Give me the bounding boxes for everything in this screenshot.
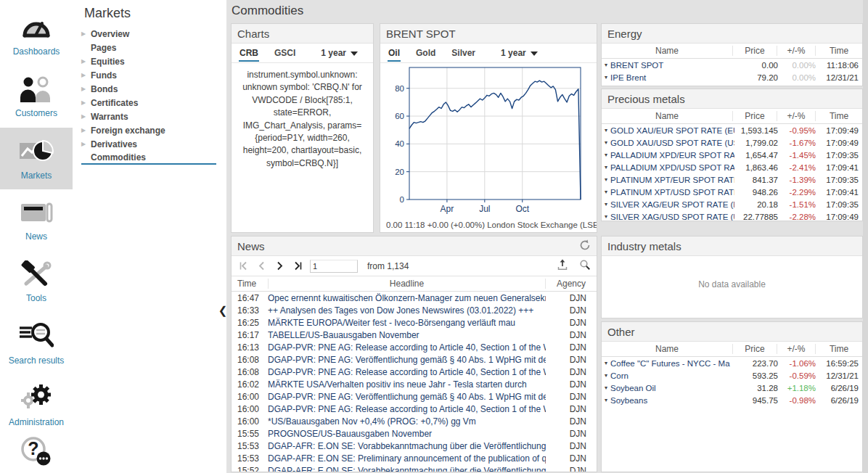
watchlist-row[interactable]: ▾SILVER XAG/EUR SPOT RATE (EUR) 20.18 -1… <box>602 198 862 210</box>
watchlist-row[interactable]: ▾Corn 593.25 -0.59% 12/31/21 <box>602 369 862 382</box>
row-dropdown-icon[interactable]: ▾ <box>605 397 607 403</box>
gauge-icon <box>20 14 52 44</box>
watchlist-row[interactable]: ▾BRENT SPOT 0.00 0.00% 11:18:06 <box>602 59 862 71</box>
brent-period-dropdown[interactable]: 1 year <box>501 48 538 58</box>
row-dropdown-icon[interactable]: ▾ <box>605 213 607 220</box>
sidebar-item-search-results[interactable]: Search results <box>0 313 73 374</box>
charts-panel-header: Charts <box>232 24 373 44</box>
tab-gsci[interactable]: GSCI <box>274 45 296 62</box>
prev-page-icon[interactable] <box>255 260 267 272</box>
column-agency[interactable]: Agency <box>546 279 597 289</box>
column-time[interactable]: Time <box>815 46 862 56</box>
search-icon[interactable] <box>579 259 591 273</box>
nav-item-pages[interactable]: Pages <box>81 41 216 54</box>
news-row[interactable]: 16:02 MÄRKTE USA/Verhalten positiv ins n… <box>232 378 597 390</box>
watchlist-row[interactable]: ▾Soybeans 945.75 -0.98% 6/26/19 <box>602 394 862 406</box>
column-headline[interactable]: Headline <box>268 279 546 289</box>
sidebar-item-markets[interactable]: Markets <box>0 128 73 189</box>
tab-silver[interactable]: Silver <box>451 45 476 62</box>
last-page-icon[interactable] <box>292 260 303 272</box>
row-dropdown-icon[interactable]: ▾ <box>605 152 607 158</box>
row-dropdown-icon[interactable]: ▾ <box>605 384 607 391</box>
column-time[interactable]: Time <box>815 344 862 354</box>
next-page-icon[interactable] <box>274 260 285 272</box>
news-row[interactable]: 16:17 TABELLE/US-Bauausgaben November DJ… <box>232 329 597 341</box>
page-number-input[interactable] <box>310 260 358 273</box>
nav-item-funds[interactable]: ▶ Funds <box>81 68 216 82</box>
news-row[interactable]: 16:08 DGAP-PVR: PNE AG: Release accordin… <box>232 366 597 378</box>
charts-period-dropdown[interactable]: 1 year <box>321 48 358 58</box>
chevron-down-icon <box>351 52 358 56</box>
expand-arrow-icon: ▶ <box>81 99 91 106</box>
column-name[interactable]: Name <box>602 111 732 121</box>
nav-item-foreign-exchange[interactable]: ▶ Foreign exchange <box>81 123 216 137</box>
row-dropdown-icon[interactable]: ▾ <box>605 189 607 195</box>
column-price[interactable]: Price <box>732 111 777 121</box>
news-row[interactable]: 16:25 MÄRKTE EUROPA/Weiter fest - Iveco-… <box>232 316 597 329</box>
nav-item-certificates[interactable]: ▶ Certificates <box>81 96 216 110</box>
watchlist-row[interactable]: ▾PALLADIUM XPD/USD SPOT RATE (USD) 1,863… <box>602 161 862 173</box>
tab-gold[interactable]: Gold <box>415 45 436 62</box>
column-price[interactable]: Price <box>732 46 777 56</box>
watchlist-row[interactable]: ▾IPE Brent 79.20 0.00% 12/31/21 <box>602 71 862 83</box>
row-dropdown-icon[interactable]: ▾ <box>605 74 607 81</box>
sidebar-item-administration[interactable]: Administration <box>0 374 73 436</box>
sidebar-item-customers[interactable]: Customers <box>0 66 73 128</box>
expand-arrow-icon: ▶ <box>81 141 91 147</box>
news-row[interactable]: 16:00 *US/Bauausgaben Nov +0,4% (PROG: +… <box>232 415 597 427</box>
watchlist-row[interactable]: ▾PALLADIUM XPD/EUR SPOT RATE (EUR) 1,654… <box>602 149 862 161</box>
row-dropdown-icon[interactable]: ▾ <box>605 176 607 183</box>
column-price[interactable]: Price <box>732 344 777 354</box>
column-change[interactable]: +/-% <box>777 46 815 56</box>
nav-item-bonds[interactable]: ▶ Bonds <box>81 82 216 96</box>
row-dropdown-icon[interactable]: ▾ <box>605 139 607 146</box>
row-dropdown-icon[interactable]: ▾ <box>605 127 607 133</box>
sidebar-item-dashboards[interactable]: Dashboards <box>0 4 73 66</box>
news-row[interactable]: 15:53 DGAP-AFR: E.ON SE: Vorabbekanntmac… <box>232 440 597 452</box>
news-row[interactable]: 16:13 DGAP-PVR: PNE AG: Release accordin… <box>232 341 597 353</box>
column-change[interactable]: +/-% <box>777 111 815 121</box>
collapse-nav-button[interactable]: ❮ <box>216 303 229 318</box>
watchlist-table-header: Name Price +/-% Time <box>602 44 862 59</box>
tab-oil[interactable]: Oil <box>388 45 401 62</box>
help-button[interactable]: ? <box>0 432 73 473</box>
export-icon[interactable] <box>557 259 568 273</box>
news-row[interactable]: 16:33 ++ Analysen des Tages von Dow Jone… <box>232 304 597 316</box>
sidebar-item-news[interactable]: News <box>0 189 73 251</box>
watchlist-row[interactable]: ▾Soybean Oil 31.28 +1.18% 6/26/19 <box>602 382 862 394</box>
row-dropdown-icon[interactable]: ▾ <box>605 360 607 366</box>
first-page-icon[interactable] <box>237 260 249 272</box>
expand-arrow-icon: ▶ <box>81 72 91 78</box>
column-name[interactable]: Name <box>602 46 732 56</box>
sidebar-item-tools[interactable]: Tools <box>0 251 73 313</box>
watchlist-row[interactable]: ▾GOLD XAU/EUR SPOT RATE (EUR) 1,593.145 … <box>602 124 862 136</box>
watchlist-row[interactable]: ▾GOLD XAU/USD SPOT RATE (USD) 1,799.02 -… <box>602 136 862 149</box>
watchlist-row[interactable]: ▾SILVER XAG/USD SPOT RATE (USD) 22.77885… <box>602 210 862 221</box>
news-row[interactable]: 15:53 DGAP-AFR: E.ON SE: Preliminary ann… <box>232 452 597 464</box>
column-change[interactable]: +/-% <box>777 344 815 354</box>
column-time[interactable]: Time <box>232 279 268 289</box>
row-dropdown-icon[interactable]: ▾ <box>605 164 607 170</box>
news-row[interactable]: 16:00 DGAP-PVR: PNE AG: Release accordin… <box>232 403 597 415</box>
watchlist-row[interactable]: ▾Coffee "C" Futures - NYCC - Ma 223.70 -… <box>602 357 862 369</box>
nav-item-warrants[interactable]: ▶ Warrants <box>81 110 216 123</box>
news-row[interactable]: 16:08 DGAP-PVR: PNE AG: Veröffentlichung… <box>232 353 597 366</box>
watchlist-row[interactable]: ▾PLATINUM XPT/USD SPOT RATE (USD) 948.26… <box>602 186 862 198</box>
news-row[interactable]: 16:47 Opec ernennt kuwaitischen Ölkonzer… <box>232 292 597 304</box>
column-time[interactable]: Time <box>815 111 862 121</box>
tab-crb[interactable]: CRB <box>239 45 259 62</box>
row-dropdown-icon[interactable]: ▾ <box>605 62 607 68</box>
nav-item-commodities[interactable]: Commodities <box>81 151 216 165</box>
news-row[interactable]: 16:00 DGAP-PVR: PNE AG: Veröffentlichung… <box>232 390 597 403</box>
row-dropdown-icon[interactable]: ▾ <box>605 201 607 207</box>
row-dropdown-icon[interactable]: ▾ <box>605 372 607 379</box>
refresh-icon[interactable] <box>579 239 591 253</box>
column-name[interactable]: Name <box>602 344 732 354</box>
news-row[interactable]: 15:55 PROGNOSE/US-Bauausgaben November D… <box>232 427 597 440</box>
window-scrollbar[interactable] <box>863 0 868 473</box>
nav-item-overview[interactable]: ▶ Overview <box>81 27 216 41</box>
nav-item-derivatives[interactable]: ▶ Derivatives <box>81 137 216 151</box>
nav-item-equities[interactable]: ▶ Equities <box>81 54 216 68</box>
watchlist-row[interactable]: ▾PLATINUM XPT/EUR SPOT RATE (EUR) 841.37… <box>602 173 862 186</box>
news-row[interactable]: 15:52 DGAP-AFR: E.ON SE: Vorabbekanntmac… <box>232 464 597 472</box>
